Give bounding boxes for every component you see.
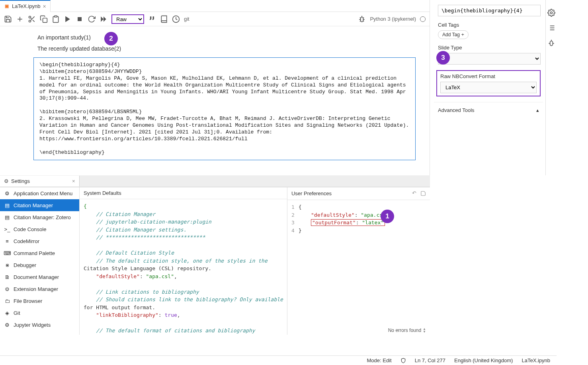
notebook-pane: ▣ LaTeX.ipynb × Raw git Python 3 (ipyker… bbox=[0, 0, 430, 175]
gear-icon: ⚙ bbox=[4, 322, 10, 328]
statusbar-position[interactable]: Ln 7, Col 277 bbox=[415, 357, 445, 363]
shield-icon[interactable] bbox=[400, 358, 406, 363]
kernel-status-icon[interactable] bbox=[420, 16, 426, 22]
sidebar-item-label: Application Context Menu bbox=[14, 190, 72, 196]
system-defaults-code[interactable]: { // Citation Manager // jupyterlab-cita… bbox=[80, 199, 287, 335]
sidebar-item-label: Git bbox=[14, 310, 20, 316]
run-icon[interactable] bbox=[64, 15, 72, 23]
cell-raw-content[interactable]: \begin{thebibliography}{4} \bibitem{zote… bbox=[33, 57, 416, 160]
sidebar-item-label: Debugger bbox=[14, 262, 36, 268]
slide-type-label: Slide Type bbox=[438, 45, 543, 51]
restart-icon[interactable] bbox=[88, 15, 96, 23]
cell-inspector: Cell Tags Add Tag + Slide Type Raw NBCon… bbox=[434, 0, 543, 175]
run-all-icon[interactable] bbox=[100, 15, 107, 23]
lines-icon: ≡ bbox=[4, 238, 10, 244]
sidebar-item-citation-manager-zotero[interactable]: ▤Citation Manager: Zotero bbox=[0, 211, 79, 223]
notebook-tab[interactable]: ▣ LaTeX.ipynb × bbox=[0, 0, 51, 12]
gear-icon: ⚙ bbox=[4, 190, 10, 196]
cell-content-preview[interactable] bbox=[438, 5, 541, 16]
sidebar-item-extension-manager[interactable]: ⯐Extension Manager bbox=[0, 283, 79, 295]
sidebar-item-label: Document Manager bbox=[14, 274, 59, 280]
sidebar-item-label: Jupyter Widgets bbox=[14, 322, 51, 328]
close-icon[interactable]: × bbox=[72, 178, 75, 184]
notebook-output-line: An important study(1) bbox=[37, 34, 421, 41]
bug-icon[interactable] bbox=[358, 15, 366, 23]
git-icon: ◈ bbox=[4, 310, 10, 316]
slide-type-select[interactable] bbox=[438, 53, 541, 65]
cell-tags-label: Cell Tags bbox=[438, 22, 543, 28]
git-label[interactable]: git bbox=[184, 16, 189, 22]
notebook-tab-title: LaTeX.ipynb bbox=[12, 3, 41, 9]
gear-icon[interactable] bbox=[547, 9, 555, 17]
chevron-up-icon: ▴ bbox=[536, 107, 539, 113]
sidebar-item-command-palette[interactable]: ⌨Command Palette bbox=[0, 247, 79, 259]
sidebar-item-document-manager[interactable]: 🗎Document Manager bbox=[0, 271, 79, 283]
bibliography-icon[interactable] bbox=[160, 15, 168, 23]
citation-icon[interactable] bbox=[148, 15, 156, 23]
debugger-icon[interactable] bbox=[547, 39, 555, 47]
settings-tab[interactable]: ⚙ Settings × bbox=[0, 176, 80, 186]
sidebar-item-application-context-menu[interactable]: ⚙Application Context Menu bbox=[0, 187, 79, 199]
bug-icon: ⋇ bbox=[4, 262, 10, 268]
svg-point-2 bbox=[29, 16, 31, 18]
add-tag-button[interactable]: Add Tag + bbox=[438, 30, 469, 39]
annotation-3: 3 bbox=[436, 51, 450, 65]
cut-icon[interactable] bbox=[28, 15, 36, 23]
notebook-tabbar: ▣ LaTeX.ipynb × bbox=[0, 0, 430, 12]
line-gutter: 1234 bbox=[291, 203, 299, 332]
user-preferences-header: User Preferences ↶ bbox=[287, 187, 430, 200]
save-icon[interactable] bbox=[4, 15, 12, 23]
copy-icon[interactable] bbox=[40, 15, 48, 23]
kernel-name[interactable]: Python 3 (ipykernel) bbox=[370, 16, 416, 22]
settings-tab-title: Settings bbox=[11, 178, 30, 184]
system-defaults-header: System Defaults bbox=[80, 187, 287, 199]
statusbar-mode[interactable]: Mode: Edit bbox=[367, 357, 392, 363]
errors-stepper[interactable]: ▲▼ bbox=[423, 328, 426, 333]
right-activity-bar bbox=[545, 0, 557, 175]
svg-marker-11 bbox=[101, 16, 104, 22]
notebook-icon: ▣ bbox=[4, 4, 10, 9]
annotation-2: 2 bbox=[104, 32, 118, 45]
clock-icon[interactable] bbox=[172, 15, 180, 23]
settings-editor: System Defaults { // Citation Manager //… bbox=[80, 187, 430, 335]
annotation-1: 1 bbox=[381, 210, 394, 223]
console-icon: >_ bbox=[4, 226, 10, 232]
save-icon[interactable] bbox=[420, 190, 426, 197]
sidebar-item-label: Code Console bbox=[14, 226, 46, 232]
svg-point-15 bbox=[550, 12, 552, 14]
advanced-tools-toggle[interactable]: Advanced Tools ▴ bbox=[434, 102, 543, 118]
statusbar-file[interactable]: LaTeX.ipynb bbox=[522, 357, 550, 363]
user-preferences-code[interactable]: 1234 { "defaultStyle": "apa.csl", "outpu… bbox=[287, 200, 430, 335]
advanced-tools-label: Advanced Tools bbox=[438, 107, 475, 113]
close-icon[interactable]: × bbox=[43, 3, 46, 10]
raw-nbconvert-select[interactable]: LaTeX bbox=[440, 82, 537, 93]
svg-line-6 bbox=[31, 18, 32, 19]
stop-icon[interactable] bbox=[76, 15, 84, 23]
sidebar-item-file-browser[interactable]: 🗀File Browser bbox=[0, 295, 79, 307]
settings-tabbar: ⚙ Settings × bbox=[0, 175, 430, 187]
sidebar-item-label: Command Palette bbox=[14, 250, 55, 256]
sidebar-item-citation-manager[interactable]: ▤Citation Manager bbox=[0, 199, 79, 211]
sidebar-item-jupyter-widgets[interactable]: ⚙Jupyter Widgets bbox=[0, 319, 79, 331]
statusbar: Mode: Edit Ln 7, Col 277 English (United… bbox=[0, 355, 557, 365]
svg-point-3 bbox=[29, 20, 31, 22]
keyboard-icon: ⌨ bbox=[4, 334, 10, 335]
raw-nbconvert-box: Raw NBConvert Format LaTeX bbox=[436, 70, 541, 96]
sidebar-item-codemirror[interactable]: ≡CodeMirror bbox=[0, 235, 79, 247]
add-tag-label: Add Tag bbox=[442, 32, 460, 37]
svg-rect-10 bbox=[78, 17, 82, 21]
statusbar-language[interactable]: English (United Kingdom) bbox=[454, 357, 513, 363]
add-icon[interactable] bbox=[16, 15, 24, 23]
gear-icon: ⚙ bbox=[4, 178, 9, 184]
sidebar-item-keyboard-shortcuts[interactable]: ⌨Keyboard Shortcuts bbox=[0, 331, 79, 335]
sidebar-item-debugger[interactable]: ⋇Debugger bbox=[0, 259, 79, 271]
celltype-select[interactable]: Raw bbox=[111, 14, 144, 24]
undo-icon[interactable]: ↶ bbox=[412, 190, 416, 197]
paste-icon[interactable] bbox=[52, 15, 60, 23]
sidebar-item-code-console[interactable]: >_Code Console bbox=[0, 223, 79, 235]
sidebar-item-git[interactable]: ◈Git bbox=[0, 307, 79, 319]
list-icon[interactable] bbox=[547, 24, 555, 32]
sidebar-item-label: Extension Manager bbox=[14, 286, 58, 292]
sidebar-item-label: CodeMirror bbox=[14, 238, 39, 244]
svg-marker-12 bbox=[104, 16, 106, 22]
